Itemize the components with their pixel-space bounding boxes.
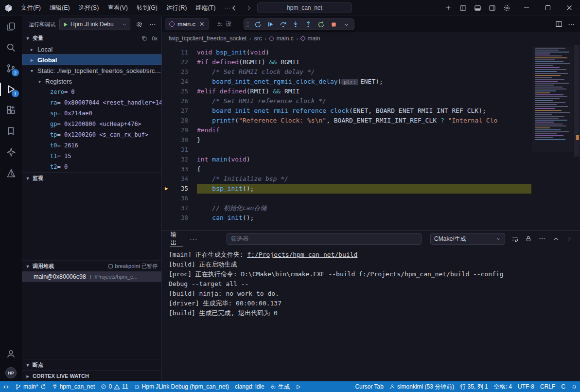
panel-more-icon[interactable] [536,233,548,244]
line-gutter[interactable]: 32 [162,155,197,164]
word-wrap-icon[interactable] [509,233,521,244]
code-text[interactable]: board_init_enet_rmii_reference_clock(ENE… [197,106,531,116]
code-text[interactable]: /* Initialize bsp */ [197,174,531,184]
maximize-button[interactable] [537,0,559,16]
step-into-icon[interactable] [290,19,301,30]
cursor-position[interactable]: 行 35, 列 1 [457,381,491,392]
clangd-status[interactable]: clangd: idle [232,381,267,392]
tab-close-icon[interactable]: ✕ [199,20,205,28]
register-row[interactable]: gp = 0x1200800 <ucHeap+476> [22,119,161,129]
breadcrumb-item[interactable]: main [301,35,320,42]
code-line[interactable]: 26 /* Set RMII reference clock */ [162,96,531,106]
line-gutter[interactable]: 27 [162,106,197,116]
menu-item[interactable]: 运行(R) [162,2,191,14]
encoding-indicator[interactable]: UTF-8 [515,381,537,392]
split-editor-icon[interactable] [554,19,563,29]
code-text[interactable]: board_init_enet_rgmii_clock_delay(ptr:EN… [197,77,531,87]
code-line[interactable]: 38 can_init(); [162,213,531,223]
code-line[interactable]: 32int main(void) [162,155,531,164]
blame-indicator[interactable]: simonkimi (53 分钟前) [387,381,457,392]
minimap[interactable] [532,47,573,152]
code-text[interactable]: #elif defined(RMII) && RMII [197,87,531,96]
editor[interactable]: 11void bsp_init(void)22#if defined(RGMII… [162,45,580,230]
code-text[interactable]: can_init(); [197,213,531,223]
panel-tabs-more-icon[interactable]: ··· [187,235,200,243]
code-line[interactable]: 27 board_init_enet_rmii_reference_clock(… [162,106,531,116]
stack-frame-row[interactable]: main@0x80006c98 F:/Projects/hpm_c... [22,271,161,282]
code-text[interactable]: bsp_init(); [197,184,531,194]
code-line[interactable]: 23 /* Set RGMII clock delay */ [162,67,531,77]
debug-settings-gear-icon[interactable] [134,19,144,29]
run-debug-icon[interactable]: 1 [0,79,22,100]
code-area[interactable]: 11void bsp_init(void)22#if defined(RGMII… [162,48,531,223]
line-gutter[interactable]: 11 [162,48,197,57]
code-line[interactable]: 31 [162,145,531,155]
menu-item[interactable]: 转到(G) [132,2,162,14]
output-filter-input[interactable] [227,233,422,245]
menu-item[interactable]: 编辑(E) [45,2,74,14]
line-gutter[interactable]: 31 [162,145,197,155]
cmake-icon[interactable] [0,162,22,183]
toggle-secondary-sidebar-icon[interactable] [486,2,498,14]
toggle-sidebar-icon[interactable] [457,2,469,14]
output-channel-select[interactable]: CMake/生成 [430,233,505,245]
line-gutter[interactable]: 37 [162,203,197,213]
continue-icon[interactable] [264,19,276,30]
breadcrumb-item[interactable]: main.c [269,35,293,42]
code-text[interactable]: #endif [197,125,531,135]
panel-maximize-icon[interactable] [550,233,562,244]
register-row[interactable]: tp = 0x1200260 <s_can_rx_buf> [22,129,161,140]
output-link[interactable]: f:/Projects/hpm_can_net/build [247,251,357,258]
layout-settings-icon[interactable] [500,2,513,14]
code-line[interactable]: 22#if defined(RGMII) && RGMII [162,57,531,67]
code-text[interactable]: printf("Reference Clock: %s\n", BOARD_EN… [197,116,531,125]
language-indicator[interactable]: C [558,381,568,392]
variables-section-header[interactable]: ▾ 变量 0x [22,33,161,44]
minimize-button[interactable] [516,0,537,16]
restart-icon[interactable] [315,19,327,30]
code-line[interactable]: 29#endif [162,125,531,135]
explorer-icon[interactable] [0,16,22,37]
drag-handle[interactable]: ⣿ [246,22,251,26]
line-gutter[interactable]: 36 [162,194,197,203]
debug-session-indicator[interactable]: Hpm JLink Debug (hpm_can_net) [131,381,232,392]
editor-more-icon[interactable] [566,19,576,29]
code-line[interactable]: 34 /* Initialize bsp */ [162,174,531,184]
launch-button[interactable] [293,381,304,392]
code-line[interactable]: 11void bsp_init(void) [162,48,531,57]
line-gutter[interactable]: 24 [162,77,197,87]
code-line[interactable]: 37 // 初始化can存储 [162,203,531,213]
callstack-section-header[interactable]: ▾ 调用堆栈 breakpoint 已暂停 [22,260,161,271]
code-text[interactable] [197,194,531,203]
code-text[interactable]: /* Set RGMII clock delay */ [197,67,531,77]
cmake-project[interactable]: hpm_can_net [49,381,98,392]
close-button[interactable] [559,0,580,16]
menu-item[interactable]: 查看(V) [103,2,132,14]
tab-settings-partial[interactable]: 设 [213,18,236,30]
register-row[interactable]: t2 = 0 [22,161,161,172]
line-gutter[interactable]: 22 [162,57,197,67]
source-control-icon[interactable]: 2 [0,58,22,79]
line-gutter[interactable]: 29 [162,125,197,135]
code-text[interactable]: void bsp_init(void) [197,48,531,57]
menu-item[interactable]: ··· [220,2,235,14]
code-line[interactable]: 28 printf("Reference Clock: %s\n", BOARD… [162,116,531,125]
output-log[interactable]: [main] 正在生成文件夹: f:/Projects/hpm_can_net/… [162,247,580,381]
code-text[interactable] [197,145,531,155]
indentation-indicator[interactable]: 空格: 4 [491,381,515,392]
code-line[interactable]: ▶35 bsp_init(); [162,184,531,194]
code-line[interactable]: 33{ [162,164,531,174]
extensions-icon[interactable] [0,100,22,121]
branch-indicator[interactable]: main* [12,381,49,392]
debug-config-select[interactable]: Hpm JLink Debu [59,18,130,30]
register-row[interactable]: zero = 0 [22,87,161,97]
output-tab[interactable]: 输出 [170,231,183,247]
breadcrumb-item[interactable]: src [254,35,262,42]
line-gutter[interactable]: 25 [162,87,197,96]
sidebar-more-icon[interactable] [148,19,158,29]
stop-icon[interactable] [328,19,339,30]
line-gutter[interactable]: 34 [162,174,197,184]
breakpoints-section-header[interactable]: ▾ 断点 [22,359,161,370]
editor-scrollbar[interactable] [573,45,580,230]
line-gutter[interactable]: 38 [162,213,197,223]
